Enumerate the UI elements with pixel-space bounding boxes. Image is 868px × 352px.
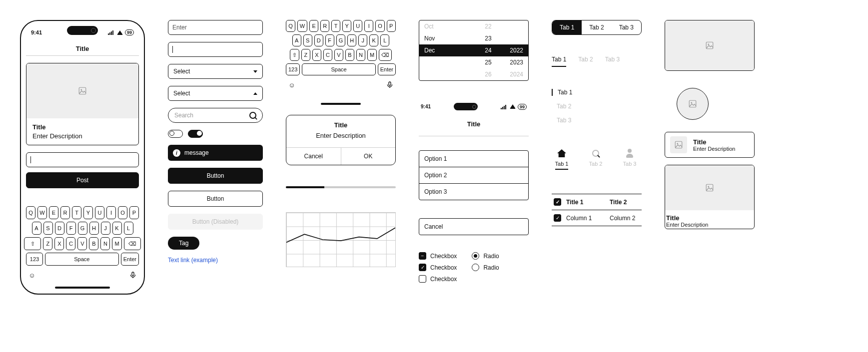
checkbox[interactable]: ✓ xyxy=(554,214,561,222)
key-t[interactable]: T xyxy=(331,20,340,32)
select-closed[interactable]: Select xyxy=(168,64,263,79)
key-a[interactable]: A xyxy=(292,34,301,46)
key-o[interactable]: O xyxy=(118,206,127,219)
key-k[interactable]: K xyxy=(369,34,378,46)
tab[interactable]: Tab 3 xyxy=(605,56,620,67)
tag-pill[interactable]: Tag xyxy=(168,237,199,250)
key-y[interactable]: Y xyxy=(83,206,93,219)
key-s[interactable]: S xyxy=(303,34,312,46)
key-r[interactable]: R xyxy=(320,20,329,32)
tab[interactable]: Tab 1 xyxy=(552,89,642,96)
checkbox[interactable]: ✓ xyxy=(554,198,561,206)
key-c[interactable]: C xyxy=(323,49,332,61)
key-h[interactable]: H xyxy=(89,222,99,235)
key-a[interactable]: A xyxy=(32,222,41,235)
numbers-key[interactable]: 123 xyxy=(26,253,43,266)
tab-home[interactable]: Tab 1 xyxy=(552,148,572,170)
emoji-icon[interactable]: ☺ xyxy=(287,80,297,90)
key-w[interactable]: W xyxy=(37,206,47,219)
key-y[interactable]: Y xyxy=(342,20,351,32)
checkbox-unchecked[interactable] xyxy=(419,275,426,283)
key-q[interactable]: Q xyxy=(286,20,295,32)
enter-key[interactable]: Enter xyxy=(121,253,139,266)
tab-search[interactable]: Tab 2 xyxy=(586,148,606,170)
backspace-key[interactable]: ⌫ xyxy=(379,49,392,61)
tab[interactable]: Tab 3 xyxy=(612,20,641,34)
home-bar[interactable] xyxy=(55,287,110,289)
key-v[interactable]: V xyxy=(334,49,343,61)
checkbox-checked[interactable]: ✓ xyxy=(419,264,426,271)
key-e[interactable]: E xyxy=(309,20,318,32)
sheet-handle[interactable] xyxy=(321,103,361,105)
shift-key[interactable]: ⇧ xyxy=(24,237,41,250)
key-x[interactable]: X xyxy=(312,49,321,61)
key-h[interactable]: H xyxy=(347,34,356,46)
key-x[interactable]: X xyxy=(54,237,64,250)
key-k[interactable]: K xyxy=(112,222,122,235)
text-link[interactable]: Text link (example) xyxy=(168,257,263,264)
key-q[interactable]: Q xyxy=(26,206,35,219)
picker-row[interactable]: Nov23 xyxy=(419,32,528,44)
key-m[interactable]: M xyxy=(367,49,377,61)
key-z[interactable]: Z xyxy=(301,49,310,61)
key-z[interactable]: Z xyxy=(43,237,52,250)
radio-unselected[interactable] xyxy=(472,264,479,271)
list-card[interactable]: Title Enter Description xyxy=(665,132,755,158)
numbers-key[interactable]: 123 xyxy=(286,63,300,75)
key-n[interactable]: N xyxy=(100,237,110,250)
key-p[interactable]: P xyxy=(387,20,396,32)
text-input[interactable]: Enter xyxy=(168,20,263,35)
space-key[interactable]: Space xyxy=(302,63,375,75)
key-g[interactable]: G xyxy=(78,222,87,235)
date-picker[interactable]: Oct22Nov23Dec242022252023262024 xyxy=(419,20,529,81)
tab[interactable]: Tab 3 xyxy=(552,117,642,124)
tab[interactable]: Tab 1 xyxy=(552,56,566,67)
option[interactable]: Option 3 xyxy=(419,184,528,200)
cancel-button[interactable]: Cancel xyxy=(419,219,528,235)
key-j[interactable]: J xyxy=(358,34,367,46)
key-i[interactable]: I xyxy=(364,20,373,32)
option[interactable]: Option 1 xyxy=(419,151,528,167)
backspace-key[interactable]: ⌫ xyxy=(124,237,141,250)
key-p[interactable]: P xyxy=(129,206,139,219)
tab[interactable]: Tab 2 xyxy=(578,56,593,67)
option[interactable]: Option 2 xyxy=(419,167,528,184)
mic-icon[interactable] xyxy=(385,80,395,90)
key-j[interactable]: J xyxy=(101,222,110,235)
tab-profile[interactable]: Tab 3 xyxy=(620,148,640,170)
key-d[interactable]: D xyxy=(314,34,323,46)
key-t[interactable]: T xyxy=(72,206,81,219)
enter-key[interactable]: Enter xyxy=(378,63,396,75)
key-d[interactable]: D xyxy=(55,222,64,235)
space-key[interactable]: Space xyxy=(45,253,119,266)
key-b[interactable]: B xyxy=(345,49,354,61)
post-button[interactable]: Post xyxy=(26,172,139,188)
search-input[interactable]: Search xyxy=(168,108,263,123)
key-m[interactable]: M xyxy=(112,237,121,250)
key-u[interactable]: U xyxy=(353,20,362,32)
key-g[interactable]: G xyxy=(336,34,346,46)
compose-input[interactable] xyxy=(26,152,139,167)
primary-button[interactable]: Button xyxy=(168,168,263,184)
shift-key[interactable]: ⇧ xyxy=(290,49,299,61)
mic-icon[interactable] xyxy=(128,270,138,280)
secondary-button[interactable]: Button xyxy=(168,191,263,207)
key-o[interactable]: O xyxy=(375,20,385,32)
key-c[interactable]: C xyxy=(66,237,75,250)
picker-row[interactable]: Oct22 xyxy=(419,20,528,32)
key-l[interactable]: L xyxy=(124,222,133,235)
key-f[interactable]: F xyxy=(325,34,334,46)
key-i[interactable]: I xyxy=(106,206,116,219)
checkbox-mixed[interactable]: − xyxy=(419,252,426,260)
key-s[interactable]: S xyxy=(43,222,53,235)
key-u[interactable]: U xyxy=(95,206,104,219)
key-b[interactable]: B xyxy=(89,237,98,250)
key-w[interactable]: W xyxy=(297,20,307,32)
tab[interactable]: Tab 2 xyxy=(552,103,642,110)
key-r[interactable]: R xyxy=(60,206,70,219)
picker-row[interactable]: 262024 xyxy=(419,68,528,80)
table-row[interactable]: ✓ Column 1 Column 2 xyxy=(552,210,642,226)
media-card[interactable]: Title Enter Description xyxy=(665,165,755,229)
key-l[interactable]: L xyxy=(380,34,389,46)
cancel-button[interactable]: Cancel xyxy=(286,148,341,165)
